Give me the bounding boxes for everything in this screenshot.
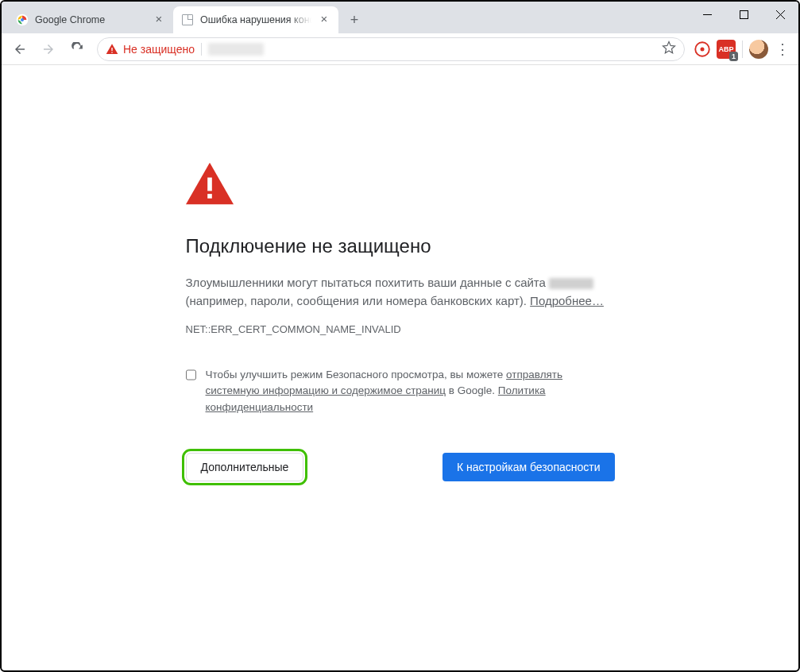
new-tab-button[interactable]: +: [343, 9, 365, 31]
close-window-button[interactable]: [762, 2, 798, 27]
optin-checkbox[interactable]: [186, 369, 196, 381]
chrome-menu-button[interactable]: ⋮: [771, 41, 794, 58]
warning-triangle-icon: [186, 162, 234, 205]
button-row: Дополнительные К настройкам безопасности: [186, 453, 615, 481]
tab-title: Ошибка нарушения конфиденц: [200, 14, 311, 25]
abp-count-badge: 1: [729, 52, 738, 61]
forward-button[interactable]: [35, 37, 62, 61]
address-bar[interactable]: Не защищено: [97, 37, 685, 61]
browser-window: Google Chrome × Ошибка нарушения конфиде…: [0, 0, 800, 672]
optin-label: Чтобы улучшить режим Безопасного просмот…: [206, 367, 615, 417]
tab-google-chrome[interactable]: Google Chrome ×: [8, 6, 173, 33]
security-interstitial: Подключение не защищено Злоумышленники м…: [170, 162, 631, 481]
close-tab-icon[interactable]: ×: [318, 14, 330, 26]
profile-avatar[interactable]: [748, 38, 770, 60]
svg-point-5: [701, 47, 705, 51]
window-controls: [689, 2, 798, 27]
separator: [742, 41, 743, 58]
separator: [201, 43, 202, 56]
tab-strip: Google Chrome × Ошибка нарушения конфиде…: [2, 2, 689, 33]
url-redacted: [208, 43, 264, 56]
svg-rect-2: [111, 48, 112, 51]
yandex-extension-icon[interactable]: [691, 38, 713, 60]
body-suffix: (например, пароли, сообщения или номера …: [186, 294, 531, 307]
bookmark-star-icon[interactable]: [662, 41, 676, 57]
error-code: NET::ERR_CERT_COMMON_NAME_INVALID: [186, 323, 615, 335]
svg-rect-1: [740, 10, 748, 18]
reload-button[interactable]: [64, 37, 91, 61]
interstitial-body: Злоумышленники могут пытаться похитить в…: [186, 273, 615, 311]
tab-title: Google Chrome: [35, 14, 146, 25]
learn-more-link[interactable]: Подробнее…: [530, 294, 604, 307]
warning-triangle-icon: [106, 43, 118, 56]
interstitial-heading: Подключение не защищено: [186, 235, 615, 257]
not-secure-label: Не защищено: [123, 43, 195, 56]
page-content: Подключение не защищено Злоумышленники м…: [3, 67, 797, 669]
back-button[interactable]: [6, 37, 33, 61]
optin-row: Чтобы улучшить режим Безопасного просмот…: [186, 367, 615, 417]
minimize-button[interactable]: [689, 2, 725, 27]
abp-extension-icon[interactable]: ABP 1: [715, 38, 737, 60]
toolbar: Не защищено ABP 1 ⋮: [2, 33, 798, 65]
page-icon: [181, 14, 194, 26]
svg-rect-3: [111, 52, 112, 52]
chrome-icon: [16, 14, 29, 26]
optin-middle: в Google.: [446, 384, 498, 396]
advanced-button[interactable]: Дополнительные: [186, 453, 304, 481]
maximize-button[interactable]: [725, 2, 762, 27]
tab-privacy-error[interactable]: Ошибка нарушения конфиденц ×: [173, 6, 338, 33]
back-to-safety-button[interactable]: К настройкам безопасности: [443, 453, 615, 481]
svg-rect-7: [207, 194, 212, 199]
optin-prefix: Чтобы улучшить режим Безопасного просмот…: [206, 369, 507, 380]
site-redacted: [549, 278, 593, 289]
titlebar: Google Chrome × Ошибка нарушения конфиде…: [2, 2, 798, 33]
close-tab-icon[interactable]: ×: [153, 14, 165, 26]
svg-rect-6: [207, 178, 212, 191]
not-secure-chip[interactable]: Не защищено: [106, 43, 195, 56]
body-prefix: Злоумышленники могут пытаться похитить в…: [186, 276, 550, 289]
